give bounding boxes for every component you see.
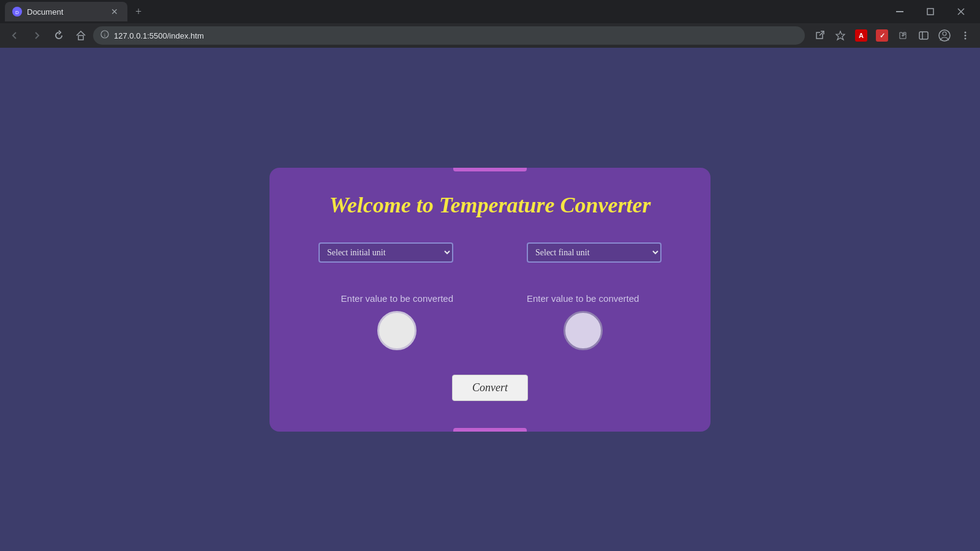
close-button[interactable] bbox=[947, 0, 975, 23]
input-right-label: Enter value to be converted bbox=[527, 293, 639, 304]
card-deco-bottom bbox=[453, 428, 527, 432]
menu-button[interactable] bbox=[956, 26, 975, 45]
svg-point-14 bbox=[943, 32, 946, 36]
inputs-row: Enter value to be converted Enter value … bbox=[306, 293, 674, 350]
refresh-button[interactable] bbox=[49, 26, 69, 45]
tab-label: Document bbox=[27, 7, 104, 17]
home-button[interactable] bbox=[71, 26, 91, 45]
dropdowns-row: Select initial unit Celsius Fahrenheit K… bbox=[306, 242, 674, 263]
svg-rect-11 bbox=[919, 32, 928, 39]
maximize-button[interactable] bbox=[916, 0, 944, 23]
converter-card: Welcome to Temperature Converter Select … bbox=[270, 168, 710, 432]
card-deco-top bbox=[453, 168, 527, 171]
page-content: Welcome to Temperature Converter Select … bbox=[0, 48, 980, 551]
input-left-circle[interactable] bbox=[377, 311, 417, 350]
svg-point-16 bbox=[965, 35, 967, 37]
input-left-group: Enter value to be converted bbox=[341, 293, 453, 350]
page-title: Welcome to Temperature Converter bbox=[330, 192, 651, 218]
input-right-circle[interactable] bbox=[564, 311, 603, 350]
svg-text:i: i bbox=[104, 32, 106, 38]
svg-rect-6 bbox=[78, 36, 83, 40]
final-unit-group: Select final unit Celsius Fahrenheit Kel… bbox=[527, 242, 662, 263]
red-extension[interactable]: ✓ bbox=[872, 26, 892, 45]
minimize-button[interactable] bbox=[886, 0, 914, 23]
puzzle-extension[interactable] bbox=[893, 26, 913, 45]
input-left-label: Enter value to be converted bbox=[341, 293, 453, 304]
bookmark-button[interactable] bbox=[831, 26, 850, 45]
tab-bar: D Document ✕ + bbox=[0, 0, 980, 23]
svg-rect-3 bbox=[927, 9, 933, 15]
toolbar-icons: A ✓ bbox=[810, 26, 975, 45]
svg-point-17 bbox=[965, 38, 967, 40]
svg-line-9 bbox=[820, 31, 824, 36]
profile-button[interactable] bbox=[935, 26, 954, 45]
initial-unit-group: Select initial unit Celsius Fahrenheit K… bbox=[318, 242, 453, 263]
url-text: 127.0.0.1:5500/index.htm bbox=[114, 31, 797, 40]
convert-button[interactable]: Convert bbox=[452, 375, 528, 401]
forward-button[interactable] bbox=[27, 26, 47, 45]
final-unit-select[interactable]: Select final unit Celsius Fahrenheit Kel… bbox=[527, 242, 662, 263]
tab-favicon: D bbox=[12, 7, 22, 17]
sidebar-button[interactable] bbox=[914, 26, 933, 45]
back-button[interactable] bbox=[5, 26, 24, 45]
svg-rect-2 bbox=[896, 11, 903, 12]
tab-close-button[interactable]: ✕ bbox=[109, 6, 120, 17]
svg-text:D: D bbox=[15, 10, 19, 15]
initial-unit-select[interactable]: Select initial unit Celsius Fahrenheit K… bbox=[318, 242, 453, 263]
new-tab-button[interactable]: + bbox=[130, 3, 147, 20]
security-icon: i bbox=[100, 30, 109, 41]
window-controls bbox=[886, 0, 975, 23]
share-button[interactable] bbox=[810, 26, 829, 45]
browser-chrome: D Document ✕ + bbox=[0, 0, 980, 48]
adobe-extension[interactable]: A bbox=[851, 26, 871, 45]
input-right-group: Enter value to be converted bbox=[527, 293, 639, 350]
svg-point-15 bbox=[965, 32, 967, 34]
address-bar-row: i 127.0.0.1:5500/index.htm A ✓ bbox=[0, 23, 980, 48]
svg-marker-10 bbox=[836, 31, 845, 40]
active-tab[interactable]: D Document ✕ bbox=[5, 2, 127, 21]
address-bar[interactable]: i 127.0.0.1:5500/index.htm bbox=[93, 26, 805, 45]
